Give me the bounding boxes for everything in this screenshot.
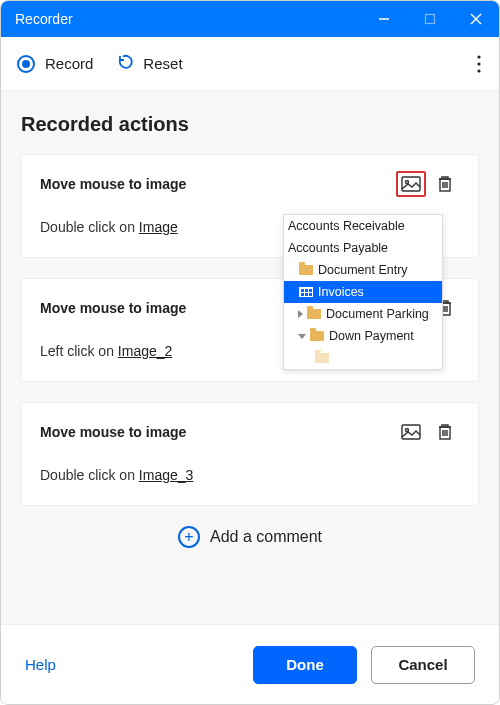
action-target-link[interactable]: Image_3: [139, 467, 193, 483]
record-icon: [17, 55, 35, 73]
folder-icon: [309, 329, 325, 343]
tree-item[interactable]: Accounts Receivable: [284, 215, 442, 237]
action-target-link[interactable]: Image: [139, 219, 178, 235]
action-sub-prefix: Double click on: [40, 467, 139, 483]
reset-button[interactable]: Reset: [143, 55, 182, 72]
svg-point-20: [406, 429, 409, 432]
delete-button[interactable]: [430, 171, 460, 197]
action-title: Move mouse to image: [40, 424, 396, 440]
window-title: Recorder: [15, 11, 73, 27]
expand-icon: [298, 310, 303, 318]
tree-item[interactable]: Accounts Payable: [284, 237, 442, 259]
cancel-button[interactable]: Cancel: [371, 646, 475, 684]
toolbar: Record Reset: [1, 37, 499, 91]
reset-icon: [115, 52, 135, 76]
footer: Help Done Cancel: [1, 624, 499, 704]
svg-point-6: [477, 69, 480, 72]
tree-label: Accounts Receivable: [288, 219, 405, 233]
tree-label: Document Entry: [318, 263, 408, 277]
section-title: Recorded actions: [21, 113, 479, 136]
content-area: Recorded actions Move mouse to image: [1, 91, 499, 624]
tree-item-selected[interactable]: Invoices: [284, 281, 442, 303]
svg-rect-1: [426, 15, 435, 24]
help-link[interactable]: Help: [25, 656, 56, 673]
action-list: Move mouse to image: [21, 154, 479, 506]
tree-label: Document Parking: [326, 307, 429, 321]
thumbnail-popup: Accounts Receivable Accounts Payable Doc…: [283, 214, 443, 370]
tree-label: Accounts Payable: [288, 241, 388, 255]
thumbnail-button[interactable]: [396, 171, 426, 197]
svg-point-5: [477, 62, 480, 65]
more-menu-button[interactable]: [467, 49, 491, 79]
plus-icon: +: [178, 526, 200, 548]
tree-item[interactable]: Document Entry: [284, 259, 442, 281]
folder-icon: [306, 307, 322, 321]
action-sub-prefix: Left click on: [40, 343, 118, 359]
tree-label: Invoices: [318, 285, 364, 299]
folder-icon: [314, 351, 330, 365]
recorder-window: Recorder Record Reset Recorded actions: [0, 0, 500, 705]
done-button[interactable]: Done: [253, 646, 357, 684]
action-target-link[interactable]: Image_2: [118, 343, 172, 359]
grid-icon: [298, 285, 314, 299]
svg-point-8: [406, 181, 409, 184]
add-comment-label: Add a comment: [210, 528, 322, 546]
delete-button[interactable]: [430, 419, 460, 445]
tree-label: Down Payment: [329, 329, 414, 343]
minimize-button[interactable]: [361, 1, 407, 37]
tree-item[interactable]: Document Parking: [284, 303, 442, 325]
titlebar: Recorder: [1, 1, 499, 37]
close-button[interactable]: [453, 1, 499, 37]
action-card[interactable]: Move mouse to image: [21, 402, 479, 506]
folder-icon: [298, 263, 314, 277]
tree-item[interactable]: [284, 347, 442, 369]
action-sub-prefix: Double click on: [40, 219, 139, 235]
collapse-icon: [298, 334, 306, 339]
record-button[interactable]: Record: [45, 55, 93, 72]
add-comment-button[interactable]: + Add a comment: [21, 526, 479, 548]
action-title: Move mouse to image: [40, 176, 396, 192]
maximize-button[interactable]: [407, 1, 453, 37]
svg-point-4: [477, 55, 480, 58]
tree-item[interactable]: Down Payment: [284, 325, 442, 347]
thumbnail-button[interactable]: [396, 419, 426, 445]
action-subtitle: Double click on Image_3: [40, 467, 460, 483]
